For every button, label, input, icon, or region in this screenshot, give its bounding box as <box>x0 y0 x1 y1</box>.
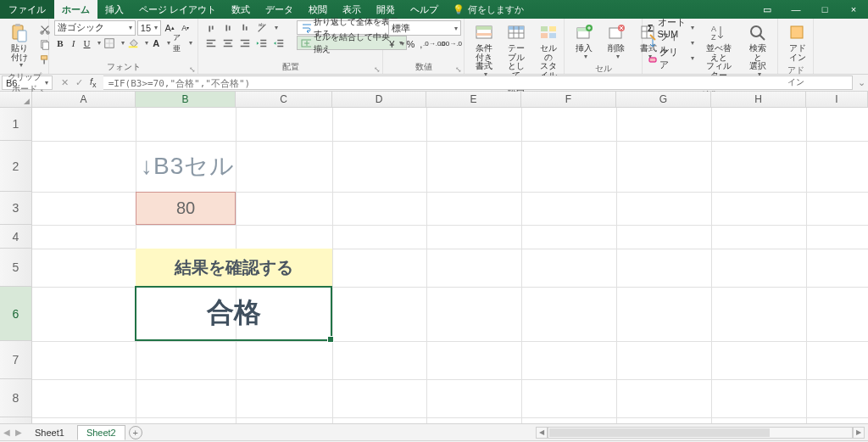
addins-button[interactable]: アド イン <box>783 20 812 64</box>
chevron-down-icon[interactable]: ▾ <box>94 39 101 47</box>
number-format-combo[interactable]: 標準▾ <box>388 20 461 36</box>
tab-insert[interactable]: 挿入 <box>97 0 131 19</box>
decrease-indent-button[interactable] <box>254 36 270 50</box>
row-header-2[interactable]: 2 <box>0 141 31 192</box>
sheet-tab-1[interactable]: Sheet1 <box>25 425 74 440</box>
font-size-combo[interactable]: 15▾ <box>137 20 161 36</box>
cell-B6C6-merged[interactable]: 合格 <box>136 287 332 341</box>
italic-button[interactable]: I <box>68 36 80 50</box>
col-header-B[interactable]: B <box>136 92 236 107</box>
border-icon <box>103 37 115 49</box>
hscroll-thumb[interactable] <box>549 428 770 437</box>
insert-cells-button[interactable]: 挿入▾ <box>570 20 598 63</box>
row-header-5[interactable]: 5 <box>0 249 31 287</box>
row-header-1[interactable]: 1 <box>0 108 31 141</box>
chevron-down-icon[interactable]: ▾ <box>142 39 148 47</box>
align-right-button[interactable] <box>237 36 253 50</box>
horizontal-scrollbar[interactable]: ◀ ▶ <box>536 427 865 439</box>
chevron-down-icon[interactable]: ▾ <box>398 40 404 48</box>
increase-indent-button[interactable] <box>271 36 287 50</box>
chevron-down-icon[interactable]: ▾ <box>271 24 278 31</box>
percent-button[interactable]: % <box>406 36 416 51</box>
tell-me-search[interactable]: 💡 何をしますか <box>446 0 531 19</box>
window-maximize[interactable]: □ <box>810 0 839 19</box>
fill-color-button[interactable] <box>126 36 140 50</box>
tab-data[interactable]: データ <box>258 0 301 19</box>
col-header-D[interactable]: D <box>332 92 426 107</box>
col-header-E[interactable]: E <box>426 92 521 107</box>
accounting-format-button[interactable]: ¥ <box>388 36 396 51</box>
row-header-4[interactable]: 4 <box>0 225 31 249</box>
cell-B3[interactable]: 80 <box>136 192 236 225</box>
row-header-8[interactable]: 8 <box>0 379 31 417</box>
clear-button[interactable]: クリア▾ <box>648 51 694 65</box>
svg-text:ab: ab <box>259 22 264 27</box>
orientation-button[interactable]: ab <box>254 20 270 35</box>
col-header-H[interactable]: H <box>711 92 806 107</box>
svg-rect-2 <box>18 31 26 42</box>
hscroll-left[interactable]: ◀ <box>536 427 548 439</box>
align-center-button[interactable] <box>220 36 236 50</box>
svg-rect-7 <box>42 55 47 59</box>
align-left-button[interactable] <box>203 36 219 50</box>
window-minimize[interactable]: — <box>782 0 810 19</box>
clipboard-group-label: クリップボード <box>8 72 42 93</box>
delete-cells-button[interactable]: 削除▾ <box>602 20 631 63</box>
hscroll-right[interactable]: ▶ <box>853 427 865 439</box>
align-top-button[interactable] <box>203 20 219 35</box>
dialog-launcher-icon[interactable]: ⤡ <box>455 65 462 74</box>
dialog-launcher-icon[interactable]: ⤡ <box>374 65 381 74</box>
bold-button[interactable]: B <box>54 36 66 50</box>
find-select-button[interactable]: 検索と 選択▾ <box>743 20 772 81</box>
cell-B2[interactable]: ↓B3セル <box>141 150 235 182</box>
chevron-down-icon[interactable]: ▾ <box>164 39 170 47</box>
row-header-7[interactable]: 7 <box>0 341 31 379</box>
row-header-3[interactable]: 3 <box>0 192 31 225</box>
select-all-corner[interactable]: ◢ <box>0 92 32 107</box>
merge-center-label: セルを結合して中央揃え <box>314 31 393 55</box>
col-header-F[interactable]: F <box>521 92 616 107</box>
align-middle-button[interactable] <box>220 20 236 35</box>
col-header-C[interactable]: C <box>236 92 332 107</box>
underline-button[interactable]: U <box>81 36 93 50</box>
tab-file[interactable]: ファイル <box>0 0 54 19</box>
phonetic-button[interactable]: ア亜 <box>172 36 184 50</box>
col-header-I[interactable]: I <box>806 92 868 107</box>
borders-button[interactable] <box>103 36 116 50</box>
dialog-launcher-icon[interactable]: ⤡ <box>189 65 196 74</box>
window-close[interactable]: × <box>839 0 868 19</box>
paste-button[interactable]: 貼り付け▾ <box>5 20 34 71</box>
tab-help[interactable]: ヘルプ <box>403 0 446 19</box>
insert-function-button[interactable]: fx <box>90 76 97 89</box>
ribbon-collapse-icon[interactable]: ▭ <box>753 0 782 19</box>
tab-page-layout[interactable]: ページ レイアウト <box>131 0 224 19</box>
col-header-G[interactable]: G <box>616 92 711 107</box>
chevron-down-icon: ▾ <box>16 62 23 69</box>
conditional-format-button[interactable]: 条件付き 書式▾ <box>470 20 498 81</box>
chevron-down-icon: ▾ <box>125 24 132 31</box>
font-name-combo[interactable]: 游ゴシック▾ <box>54 20 136 36</box>
tab-home[interactable]: ホーム <box>54 0 97 19</box>
formula-input[interactable]: =IF(B3>=70,"合格","不合格") <box>103 76 853 90</box>
hscroll-track[interactable] <box>548 427 853 439</box>
align-bottom-button[interactable] <box>237 20 253 35</box>
chevron-down-icon[interactable]: ▾ <box>186 39 192 47</box>
fill-icon <box>648 38 658 48</box>
sheet-tab-2[interactable]: Sheet2 <box>77 425 125 440</box>
expand-formula-bar-icon[interactable]: ⌄ <box>854 75 868 91</box>
font-color-button[interactable]: A <box>150 36 162 50</box>
cells-canvas[interactable]: ↓B3セル 80 結果を確認する 合格 <box>32 108 868 423</box>
table-icon <box>506 23 526 43</box>
enter-formula-button[interactable]: ✓ <box>75 77 83 88</box>
sheet-nav-next[interactable]: ▶ <box>15 428 22 437</box>
add-sheet-button[interactable]: + <box>129 426 142 439</box>
decrease-decimal-button[interactable]: .00→.0 <box>443 36 459 51</box>
tell-me-label: 何をしますか <box>468 3 524 16</box>
cancel-formula-button[interactable]: ✕ <box>61 77 69 88</box>
chevron-down-icon[interactable]: ▾ <box>118 39 125 47</box>
row-header-6[interactable]: 6 <box>0 287 31 341</box>
tab-formulas[interactable]: 数式 <box>224 0 258 19</box>
col-header-A[interactable]: A <box>32 92 136 107</box>
sheet-nav-prev[interactable]: ◀ <box>3 428 10 437</box>
cell-B5C5-merged[interactable]: 結果を確認する <box>136 249 332 287</box>
